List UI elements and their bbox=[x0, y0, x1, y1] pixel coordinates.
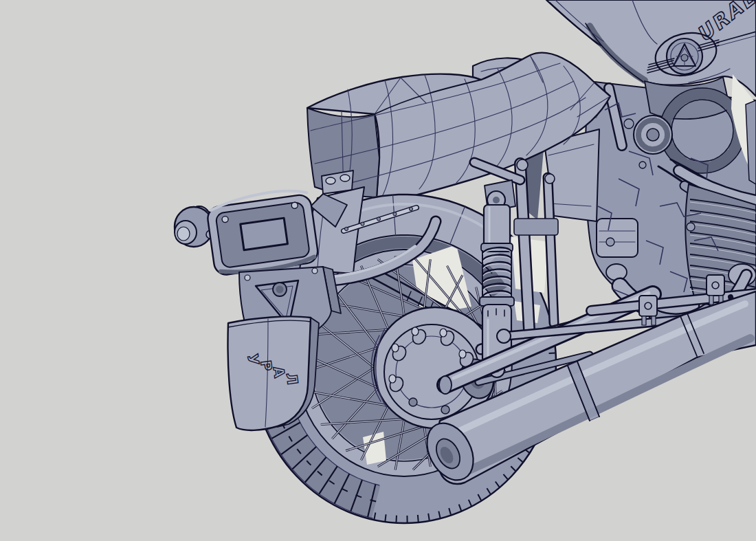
shock-upper-body bbox=[484, 205, 510, 249]
license-light-window bbox=[241, 218, 288, 250]
cad-viewport[interactable]: URAL bbox=[0, 0, 756, 541]
motorcycle-model: URAL bbox=[0, 0, 756, 541]
float-bowl bbox=[606, 264, 627, 280]
alternator bbox=[634, 115, 672, 154]
